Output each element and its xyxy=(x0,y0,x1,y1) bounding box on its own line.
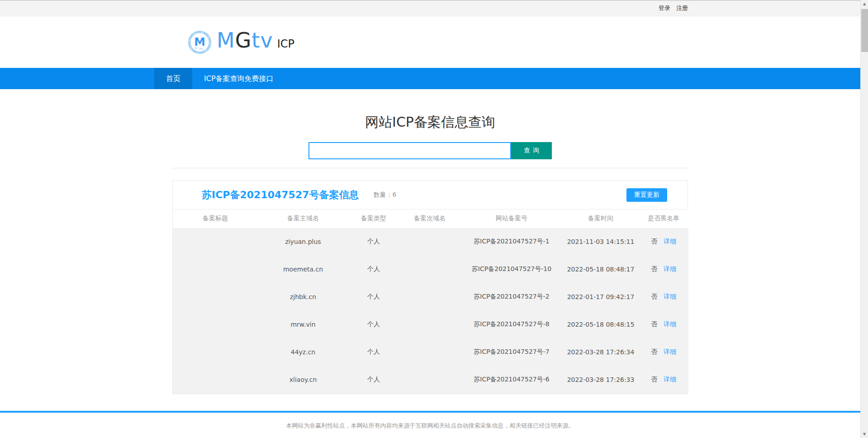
cell-blacklist-detail: 否详细 xyxy=(639,256,688,283)
cell-subdomain xyxy=(399,338,460,366)
cell-domain: moemeta.cn xyxy=(258,256,348,283)
cell-blacklist-detail: 否详细 xyxy=(639,228,688,256)
cell-icp: 苏ICP备2021047527号-6 xyxy=(460,366,563,394)
cell-subdomain xyxy=(399,283,460,311)
nav-item-0[interactable]: 首页 xyxy=(154,68,192,89)
cell-type: 个人 xyxy=(348,283,399,311)
column-header: 是否黑名单 xyxy=(639,209,688,228)
cell-icp: 苏ICP备2021047527号-1 xyxy=(460,228,563,256)
cell-time: 2022-03-28 17:26:33 xyxy=(563,366,639,394)
cell-time: 2021-11-03 14:15:11 xyxy=(563,228,639,256)
cell-icp: 苏ICP备2021047527号-10 xyxy=(460,256,563,283)
cell-title xyxy=(173,366,258,394)
table-header-row: 备案标题备案主域名备案类型备案次域名网站备案号备案时间是否黑名单 xyxy=(173,209,688,228)
cell-type: 个人 xyxy=(348,228,399,256)
logo-icon: M xyxy=(187,30,212,55)
cell-blacklist-detail: 否详细 xyxy=(639,283,688,311)
login-link[interactable]: 登录 xyxy=(659,5,670,11)
cell-type: 个人 xyxy=(348,311,399,338)
logo[interactable]: M MGtvICP xyxy=(187,16,318,68)
cell-domain: ziyuan.plus xyxy=(258,228,348,256)
footer-divider xyxy=(0,411,860,413)
cell-icp: 苏ICP备2021047527号-8 xyxy=(460,311,563,338)
cell-title xyxy=(173,256,258,283)
cell-title xyxy=(173,338,258,366)
search-button[interactable]: 查询 xyxy=(511,142,552,159)
topbar: 登录 注册 xyxy=(0,0,860,16)
page-title: 网站ICP备案信息查询 xyxy=(0,113,860,132)
nav-item-1[interactable]: ICP备案查询免费接口 xyxy=(192,68,285,89)
register-link[interactable]: 注册 xyxy=(676,5,688,11)
blacklist-value: 否 xyxy=(651,348,657,355)
cell-blacklist-detail: 否详细 xyxy=(639,366,688,394)
cell-blacklist-detail: 否详细 xyxy=(639,311,688,338)
cell-subdomain xyxy=(399,311,460,338)
header-container: M MGtvICP xyxy=(172,16,688,68)
detail-link[interactable]: 详细 xyxy=(664,265,676,272)
section-divider xyxy=(172,168,688,168)
site-header: M MGtvICP xyxy=(0,16,860,68)
table-row: 44yz.cn个人苏ICP备2021047527号-72022-03-28 17… xyxy=(173,338,688,366)
cell-subdomain xyxy=(399,256,460,283)
search-input[interactable] xyxy=(308,142,511,159)
column-header: 备案时间 xyxy=(563,209,639,228)
logo-suffix: ICP xyxy=(277,38,294,50)
cell-type: 个人 xyxy=(348,366,399,394)
cell-type: 个人 xyxy=(348,256,399,283)
search-row: 查询 xyxy=(0,142,860,159)
detail-link[interactable]: 详细 xyxy=(664,293,676,300)
table-row: zjhbk.cn个人苏ICP备2021047527号-22022-01-17 0… xyxy=(173,283,688,311)
cell-domain: zjhbk.cn xyxy=(258,283,348,311)
results-panel-header: 苏ICP备2021047527号备案信息 数量：6 重置更新 xyxy=(173,181,688,209)
scrollbar-up-arrow-icon[interactable]: ▲ xyxy=(861,0,868,8)
logo-badge-letter: M xyxy=(194,35,205,48)
cell-time: 2022-03-28 17:26:34 xyxy=(563,338,639,366)
cell-time: 2022-05-18 08:48:17 xyxy=(563,256,639,283)
result-count: 数量：6 xyxy=(374,191,397,199)
nav-items: 首页ICP备案查询免费接口 xyxy=(154,68,706,89)
detail-link[interactable]: 详细 xyxy=(664,320,676,328)
column-header: 备案主域名 xyxy=(258,209,348,228)
footer-disclaimer: 本网站为非赢利性站点，本网站所有内容均来源于互联网相关站点自动搜索采集信息，相关… xyxy=(0,422,860,430)
icp-records-table: 备案标题备案主域名备案类型备案次域名网站备案号备案时间是否黑名单 ziyuan.… xyxy=(173,209,688,394)
detail-link[interactable]: 详细 xyxy=(664,348,676,355)
main-nav: 首页ICP备案查询免费接口 xyxy=(0,68,860,89)
scrollbar-thumb[interactable] xyxy=(861,9,868,52)
column-header: 网站备案号 xyxy=(460,209,563,228)
table-row: mrw.vin个人苏ICP备2021047527号-82022-05-18 08… xyxy=(173,311,688,338)
cell-subdomain xyxy=(399,366,460,394)
cell-domain: mrw.vin xyxy=(258,311,348,338)
cell-subdomain xyxy=(399,228,460,256)
cell-blacklist-detail: 否详细 xyxy=(639,338,688,366)
cell-type: 个人 xyxy=(348,338,399,366)
column-header: 备案标题 xyxy=(173,209,258,228)
page: 登录 注册 M MGtvICP 首页ICP备案查询免费接口 网站ICP备案信息查… xyxy=(0,0,860,438)
cell-time: 2022-01-17 09:42:17 xyxy=(563,283,639,311)
logo-text: MGtvICP xyxy=(217,28,294,57)
cell-title xyxy=(173,311,258,338)
column-header: 备案类型 xyxy=(348,209,399,228)
results-panel: 苏ICP备2021047527号备案信息 数量：6 重置更新 备案标题备案主域名… xyxy=(172,180,688,394)
icp-result-title: 苏ICP备2021047527号备案信息 xyxy=(202,188,359,202)
table-row: moemeta.cn个人苏ICP备2021047527号-102022-05-1… xyxy=(173,256,688,283)
reset-refresh-button[interactable]: 重置更新 xyxy=(626,188,667,202)
detail-link[interactable]: 详细 xyxy=(664,238,676,245)
table-row: ziyuan.plus个人苏ICP备2021047527号-12021-11-0… xyxy=(173,228,688,256)
cell-domain: 44yz.cn xyxy=(258,338,348,366)
blacklist-value: 否 xyxy=(651,293,657,300)
column-header: 备案次域名 xyxy=(399,209,460,228)
vertical-scrollbar[interactable]: ▲ ▼ xyxy=(860,0,868,438)
cell-title xyxy=(173,283,258,311)
cell-icp: 苏ICP备2021047527号-2 xyxy=(460,283,563,311)
cell-domain: xliaoy.cn xyxy=(258,366,348,394)
scrollbar-down-arrow-icon[interactable]: ▼ xyxy=(861,430,868,438)
table-body: ziyuan.plus个人苏ICP备2021047527号-12021-11-0… xyxy=(173,228,688,394)
cell-icp: 苏ICP备2021047527号-7 xyxy=(460,338,563,366)
detail-link[interactable]: 详细 xyxy=(664,376,676,383)
blacklist-value: 否 xyxy=(651,265,657,272)
topbar-links: 登录 注册 xyxy=(172,1,688,15)
cell-time: 2022-05-18 08:48:15 xyxy=(563,311,639,338)
blacklist-value: 否 xyxy=(651,238,657,245)
blacklist-value: 否 xyxy=(651,376,657,383)
table-row: xliaoy.cn个人苏ICP备2021047527号-62022-03-28 … xyxy=(173,366,688,394)
